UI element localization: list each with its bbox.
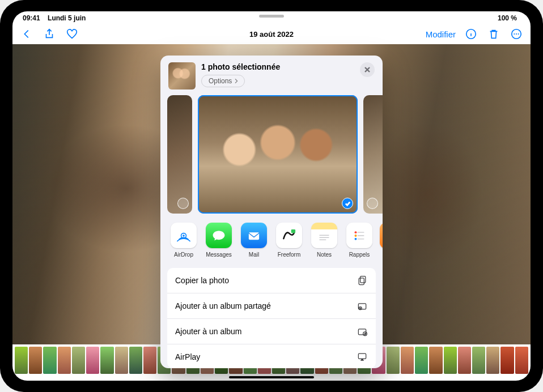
filmstrip-thumb[interactable] xyxy=(472,347,485,374)
action-airplay[interactable]: AirPlay xyxy=(167,344,376,368)
trash-button[interactable] xyxy=(486,27,501,41)
filmstrip-thumb[interactable] xyxy=(86,347,99,374)
freeform-icon xyxy=(276,223,302,248)
share-sheet-header: 1 photo sélectionnée Options xyxy=(160,56,383,95)
share-app-airdrop[interactable]: AirDrop xyxy=(167,223,200,258)
preview-next[interactable] xyxy=(363,95,383,214)
filmstrip-thumb[interactable] xyxy=(415,347,428,374)
share-options-button[interactable]: Options xyxy=(201,75,245,87)
edit-button[interactable]: Modifier xyxy=(426,29,456,39)
filmstrip-thumb[interactable] xyxy=(515,347,528,374)
select-circle-icon[interactable] xyxy=(367,198,378,209)
filmstrip-thumb[interactable] xyxy=(29,347,42,374)
action-add-shared-album[interactable]: Ajouter à un album partagé xyxy=(167,293,376,318)
selected-check-icon xyxy=(342,198,353,209)
share-selected-thumbnail xyxy=(168,62,196,90)
screen: 09:41 Lundi 5 juin 100 % xyxy=(12,11,531,381)
share-app-mail[interactable]: Mail xyxy=(237,223,270,258)
filmstrip-thumb[interactable] xyxy=(58,347,71,374)
filmstrip-thumb[interactable] xyxy=(15,347,28,374)
more-button[interactable] xyxy=(509,27,524,41)
filmstrip-thumb[interactable] xyxy=(401,347,414,374)
share-app-notes[interactable]: Notes xyxy=(308,223,341,258)
filmstrip-thumb[interactable] xyxy=(444,347,457,374)
share-preview-row xyxy=(160,95,383,214)
share-button[interactable] xyxy=(42,27,57,41)
action-label: AirPlay xyxy=(175,352,200,361)
share-apps-row[interactable]: AirDrop Messages Mail xyxy=(160,214,383,263)
filmstrip-thumb[interactable] xyxy=(500,347,514,374)
svg-point-15 xyxy=(355,238,357,240)
filmstrip-thumb[interactable] xyxy=(72,347,85,374)
shared-album-icon xyxy=(357,300,368,312)
photos-toolbar: 19 août 2022 Modifier xyxy=(12,24,531,44)
airdrop-icon xyxy=(171,223,197,248)
battery-text: 100 % xyxy=(498,14,517,22)
share-app-more[interactable] xyxy=(378,223,383,258)
notes-icon xyxy=(311,223,337,248)
status-time: 09:41 xyxy=(23,14,40,22)
share-app-label: Rappels xyxy=(349,252,370,258)
filmstrip-thumb[interactable] xyxy=(429,347,442,374)
svg-rect-11 xyxy=(249,232,259,240)
svg-rect-17 xyxy=(359,278,364,285)
share-options-label: Options xyxy=(209,77,232,85)
share-app-label: Freeform xyxy=(278,252,301,258)
svg-rect-18 xyxy=(358,304,366,309)
action-copy-photo[interactable]: Copier la photo xyxy=(167,268,376,293)
svg-rect-22 xyxy=(358,354,366,359)
svg-point-10 xyxy=(183,235,185,237)
share-sheet: 1 photo sélectionnée Options xyxy=(160,56,383,368)
messages-icon xyxy=(206,223,232,248)
filmstrip-thumb[interactable] xyxy=(486,347,499,374)
svg-point-7 xyxy=(516,33,517,35)
favorite-button[interactable] xyxy=(65,27,79,41)
share-action-list: Copier la photo Ajouter à un album parta… xyxy=(167,268,376,368)
share-sheet-title: 1 photo sélectionnée xyxy=(201,62,354,71)
filmstrip-thumb[interactable] xyxy=(458,347,471,374)
svg-point-14 xyxy=(355,235,357,237)
mail-icon xyxy=(241,223,267,248)
preview-prev[interactable] xyxy=(167,95,192,214)
status-bar: 09:41 Lundi 5 juin 100 % xyxy=(12,11,531,24)
share-app-messages[interactable]: Messages xyxy=(202,223,235,258)
copy-icon xyxy=(357,275,368,286)
home-indicator[interactable] xyxy=(229,376,314,378)
action-label: Ajouter à un album xyxy=(175,327,242,336)
chevron-right-icon xyxy=(234,79,239,83)
multitask-pill[interactable] xyxy=(259,15,284,18)
status-date: Lundi 5 juin xyxy=(48,14,86,22)
svg-point-8 xyxy=(518,33,519,35)
share-app-label: Messages xyxy=(206,252,232,258)
filmstrip-thumb[interactable] xyxy=(100,347,113,374)
share-app-label: Mail xyxy=(249,252,259,258)
action-label: Copier la photo xyxy=(175,276,229,285)
filmstrip-thumb[interactable] xyxy=(143,347,156,374)
page-title: 19 août 2022 xyxy=(249,30,294,39)
filmstrip-thumb[interactable] xyxy=(387,347,400,374)
filmstrip-thumb[interactable] xyxy=(43,347,56,374)
select-circle-icon[interactable] xyxy=(177,198,189,209)
share-app-freeform[interactable]: Freeform xyxy=(273,223,306,258)
info-button[interactable] xyxy=(464,27,478,41)
filmstrip-thumb[interactable] xyxy=(115,347,128,374)
close-button[interactable] xyxy=(360,62,375,77)
filmstrip-thumb[interactable] xyxy=(129,347,142,374)
svg-point-6 xyxy=(514,33,515,35)
preview-selected[interactable] xyxy=(198,95,358,214)
share-app-reminders[interactable]: Rappels xyxy=(343,223,376,258)
svg-rect-12 xyxy=(291,229,295,233)
svg-point-13 xyxy=(355,231,357,233)
action-label: Ajouter à un album partagé xyxy=(175,301,271,310)
album-add-icon xyxy=(357,326,368,337)
svg-rect-16 xyxy=(360,276,366,283)
reminders-icon xyxy=(346,223,372,248)
app-icon-partial xyxy=(380,223,383,249)
status-left: 09:41 Lundi 5 juin xyxy=(23,14,86,22)
action-add-album[interactable]: Ajouter à un album xyxy=(167,318,376,344)
share-app-label: AirDrop xyxy=(174,252,193,258)
airplay-icon xyxy=(357,351,368,363)
close-icon xyxy=(364,66,371,73)
share-app-label: Notes xyxy=(317,252,332,258)
back-button[interactable] xyxy=(19,27,34,41)
